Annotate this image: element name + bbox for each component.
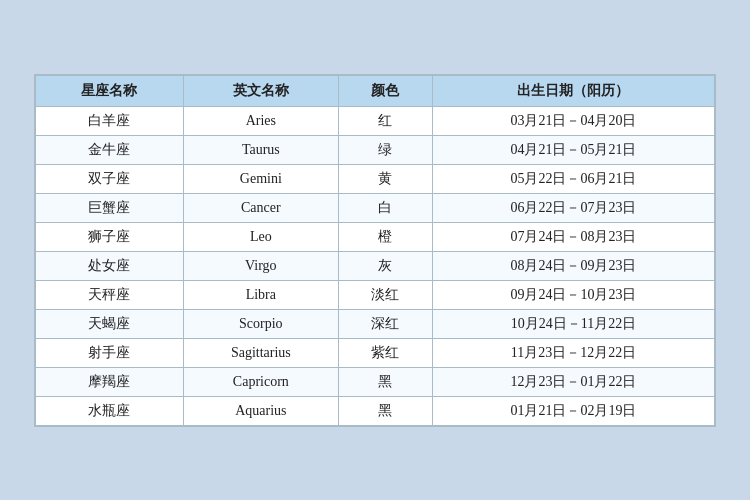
table-row: 白羊座Aries红03月21日－04月20日 xyxy=(36,106,715,135)
cell-color: 紫红 xyxy=(338,338,432,367)
cell-color: 深红 xyxy=(338,309,432,338)
header-dates: 出生日期（阳历） xyxy=(432,75,714,106)
header-color: 颜色 xyxy=(338,75,432,106)
cell-english-name: Virgo xyxy=(183,251,338,280)
table-body: 白羊座Aries红03月21日－04月20日金牛座Taurus绿04月21日－0… xyxy=(36,106,715,425)
cell-chinese-name: 射手座 xyxy=(36,338,184,367)
table-row: 双子座Gemini黄05月22日－06月21日 xyxy=(36,164,715,193)
cell-color: 白 xyxy=(338,193,432,222)
cell-english-name: Cancer xyxy=(183,193,338,222)
cell-english-name: Scorpio xyxy=(183,309,338,338)
cell-dates: 07月24日－08月23日 xyxy=(432,222,714,251)
cell-dates: 11月23日－12月22日 xyxy=(432,338,714,367)
table-row: 水瓶座Aquarius黑01月21日－02月19日 xyxy=(36,396,715,425)
cell-dates: 05月22日－06月21日 xyxy=(432,164,714,193)
cell-english-name: Capricorn xyxy=(183,367,338,396)
cell-english-name: Sagittarius xyxy=(183,338,338,367)
cell-dates: 08月24日－09月23日 xyxy=(432,251,714,280)
cell-chinese-name: 狮子座 xyxy=(36,222,184,251)
cell-dates: 03月21日－04月20日 xyxy=(432,106,714,135)
table-row: 金牛座Taurus绿04月21日－05月21日 xyxy=(36,135,715,164)
cell-color: 黑 xyxy=(338,367,432,396)
cell-english-name: Taurus xyxy=(183,135,338,164)
cell-chinese-name: 金牛座 xyxy=(36,135,184,164)
table-row: 天蝎座Scorpio深红10月24日－11月22日 xyxy=(36,309,715,338)
cell-chinese-name: 巨蟹座 xyxy=(36,193,184,222)
table-row: 处女座Virgo灰08月24日－09月23日 xyxy=(36,251,715,280)
cell-english-name: Gemini xyxy=(183,164,338,193)
table-row: 射手座Sagittarius紫红11月23日－12月22日 xyxy=(36,338,715,367)
cell-chinese-name: 处女座 xyxy=(36,251,184,280)
cell-dates: 09月24日－10月23日 xyxy=(432,280,714,309)
cell-dates: 04月21日－05月21日 xyxy=(432,135,714,164)
table-row: 巨蟹座Cancer白06月22日－07月23日 xyxy=(36,193,715,222)
cell-chinese-name: 双子座 xyxy=(36,164,184,193)
cell-chinese-name: 水瓶座 xyxy=(36,396,184,425)
cell-chinese-name: 天蝎座 xyxy=(36,309,184,338)
cell-color: 灰 xyxy=(338,251,432,280)
table-header-row: 星座名称 英文名称 颜色 出生日期（阳历） xyxy=(36,75,715,106)
zodiac-table-container: 星座名称 英文名称 颜色 出生日期（阳历） 白羊座Aries红03月21日－04… xyxy=(34,74,716,427)
table-row: 狮子座Leo橙07月24日－08月23日 xyxy=(36,222,715,251)
cell-color: 黄 xyxy=(338,164,432,193)
cell-english-name: Leo xyxy=(183,222,338,251)
table-row: 摩羯座Capricorn黑12月23日－01月22日 xyxy=(36,367,715,396)
cell-dates: 01月21日－02月19日 xyxy=(432,396,714,425)
cell-english-name: Aquarius xyxy=(183,396,338,425)
cell-color: 绿 xyxy=(338,135,432,164)
header-english-name: 英文名称 xyxy=(183,75,338,106)
cell-english-name: Aries xyxy=(183,106,338,135)
cell-chinese-name: 摩羯座 xyxy=(36,367,184,396)
cell-dates: 06月22日－07月23日 xyxy=(432,193,714,222)
header-chinese-name: 星座名称 xyxy=(36,75,184,106)
cell-color: 红 xyxy=(338,106,432,135)
cell-color: 黑 xyxy=(338,396,432,425)
zodiac-table: 星座名称 英文名称 颜色 出生日期（阳历） 白羊座Aries红03月21日－04… xyxy=(35,75,715,426)
cell-english-name: Libra xyxy=(183,280,338,309)
cell-dates: 12月23日－01月22日 xyxy=(432,367,714,396)
cell-dates: 10月24日－11月22日 xyxy=(432,309,714,338)
cell-chinese-name: 天秤座 xyxy=(36,280,184,309)
cell-chinese-name: 白羊座 xyxy=(36,106,184,135)
cell-color: 淡红 xyxy=(338,280,432,309)
cell-color: 橙 xyxy=(338,222,432,251)
table-row: 天秤座Libra淡红09月24日－10月23日 xyxy=(36,280,715,309)
